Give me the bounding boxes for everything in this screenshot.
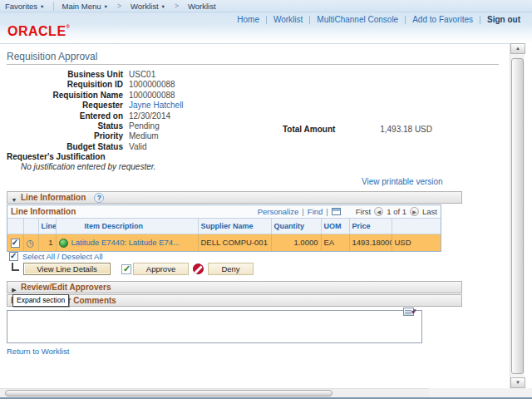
select-all-link[interactable]: Select All / Deselect All (22, 252, 103, 261)
approve-check-icon (121, 264, 131, 274)
expand-section-tooltip: Expand section (12, 294, 69, 307)
nav-home-link[interactable]: Home (230, 15, 266, 24)
total-amount-label: Total Amount (283, 125, 335, 134)
view-line-details-button[interactable]: View Line Details (23, 263, 111, 275)
item-description-link[interactable]: Latitude E7440: Latitude E74... (71, 238, 180, 247)
line-number-cell: 1 (38, 234, 56, 251)
main-menu[interactable]: Main Menu (57, 2, 113, 11)
tools-divider: | (326, 207, 328, 216)
worklist-menu[interactable]: Worklist (126, 2, 170, 11)
field-budget-status: Budget StatusValid (7, 142, 184, 152)
return-to-worklist-link[interactable]: Return to Worklist (7, 347, 69, 356)
pager-prev-icon[interactable] (374, 207, 383, 216)
find-link[interactable]: Find (308, 207, 323, 216)
grid-title: Line Information (11, 207, 76, 216)
worklist-menu-label: Worklist (131, 2, 159, 11)
chevron-down-icon (161, 2, 165, 11)
sign-out-link[interactable]: Sign out (480, 15, 527, 24)
pager-last-label[interactable]: Last (422, 207, 437, 216)
section-comments[interactable]: Enter Approver Comments (7, 294, 462, 307)
registered-mark: ® (66, 24, 71, 29)
page-content: Requisition Approval Business UnitUSC01 … (0, 43, 510, 388)
main-menu-label: Main Menu (62, 2, 101, 11)
scroll-down-button[interactable] (510, 377, 525, 388)
page-title: Requisition Approval (7, 51, 97, 62)
row-select-checkbox[interactable] (11, 239, 20, 248)
field-business-unit: Business UnitUSC01 (7, 70, 184, 80)
horizontal-scrollbar-thumb[interactable] (5, 390, 332, 397)
breadcrumb-separator-icon: > (170, 2, 183, 10)
application-window: Favorites Main Menu > Worklist > Worklis… (0, 0, 532, 399)
column-header-price: Price (349, 219, 392, 234)
row-select-cell (7, 234, 23, 251)
section-line-information[interactable]: Line Information (7, 191, 462, 204)
breadcrumb-divider (53, 2, 54, 11)
field-priority: PriorityMedium (7, 131, 184, 141)
select-all-checkbox[interactable] (9, 252, 18, 261)
deny-button[interactable]: Deny (208, 263, 254, 275)
price-cell: 1493.18000 (349, 234, 392, 251)
breadcrumb-current[interactable]: Worklist (183, 2, 221, 11)
collapse-triangle-icon[interactable] (7, 190, 21, 205)
quantity-cell: 1.0000 (271, 234, 321, 251)
row-status-cell (23, 234, 38, 251)
help-icon[interactable] (94, 193, 104, 203)
field-requisition-id: Requisition ID1000000088 (7, 80, 184, 90)
table-row: 1 Latitude E7440: Latitude E74... DELL C… (7, 234, 441, 251)
chevron-down-icon (104, 2, 108, 11)
scroll-up-button[interactable] (510, 43, 525, 54)
uom-cell: EA (321, 234, 349, 251)
nav-worklist-link[interactable]: Worklist (267, 15, 309, 24)
line-table: Line Item Description Supplier Name Quan… (7, 219, 441, 251)
expand-triangle-icon[interactable] (7, 280, 21, 295)
view-printable-link[interactable]: View printable version (362, 177, 443, 186)
vertical-scrollbar-thumb[interactable] (511, 58, 524, 374)
vertical-scrollbar[interactable] (510, 43, 525, 388)
clock-icon (27, 239, 35, 248)
approve-button[interactable]: Approve (133, 263, 189, 275)
requisition-fields: Business UnitUSC01 Requisition ID1000000… (7, 70, 184, 152)
grid-tools: Personalize|Find| First 1 of 1 Last (258, 207, 437, 216)
header-bar: Home Worklist MultiChannel Console Add t… (0, 12, 532, 43)
tools-divider: | (302, 207, 303, 216)
justification-text: No justification entered by requester. (21, 162, 156, 171)
line-information-grid: Line Information Personalize|Find| First… (7, 204, 441, 252)
globe-icon[interactable] (59, 239, 68, 248)
field-requisition-name: Requisition Name1000000088 (7, 91, 184, 101)
section-review-approvers[interactable]: Review/Edit Approvers (7, 281, 462, 293)
pager-next-icon[interactable] (410, 207, 419, 216)
grid-pager: First 1 of 1 Last (356, 207, 437, 216)
breadcrumb: Favorites Main Menu > Worklist > Worklis… (0, 0, 532, 12)
column-header-line: Line (38, 219, 56, 234)
grid-titlebar: Line Information Personalize|Find| First… (7, 205, 441, 219)
comments-textarea[interactable] (7, 310, 422, 343)
field-entered-on: Entered on12/30/2014 (7, 111, 184, 121)
horizontal-scrollbar[interactable] (0, 388, 429, 397)
currency-cell: USD (392, 234, 441, 251)
item-description-cell: Latitude E7440: Latitude E74... (56, 234, 198, 251)
scrollbar-corner (429, 388, 532, 397)
supplier-name-cell: DELL COMPU-001 (198, 234, 271, 251)
view-all-icon[interactable] (332, 208, 341, 215)
personalize-link[interactable]: Personalize (258, 207, 299, 216)
requester-link[interactable]: Jayne Hatchell (129, 101, 184, 110)
select-all-row: Select All / Deselect All (9, 252, 103, 261)
deny-icon (193, 264, 204, 274)
oracle-logo: ORACLE® (7, 24, 70, 39)
l-connector (12, 263, 19, 271)
column-header-currency (392, 219, 441, 234)
column-header-quantity: Quantity (271, 219, 321, 234)
spell-check-icon[interactable] (403, 308, 414, 316)
pager-first-label[interactable]: First (356, 207, 371, 216)
field-status: StatusPending (7, 121, 184, 131)
favorites-menu[interactable]: Favorites (0, 2, 50, 11)
total-amount-value: 1,493.18 USD (341, 125, 432, 134)
nav-multichannel-link[interactable]: MultiChannel Console (310, 15, 405, 24)
favorites-label: Favorites (5, 2, 37, 11)
chevron-down-icon (40, 2, 44, 11)
field-requester: RequesterJayne Hatchell (7, 101, 184, 111)
table-header-row: Line Item Description Supplier Name Quan… (7, 219, 441, 234)
column-header-status (23, 219, 38, 234)
nav-add-favorites-link[interactable]: Add to Favorites (406, 15, 480, 24)
justification-label: Requester's Justification (7, 152, 106, 161)
